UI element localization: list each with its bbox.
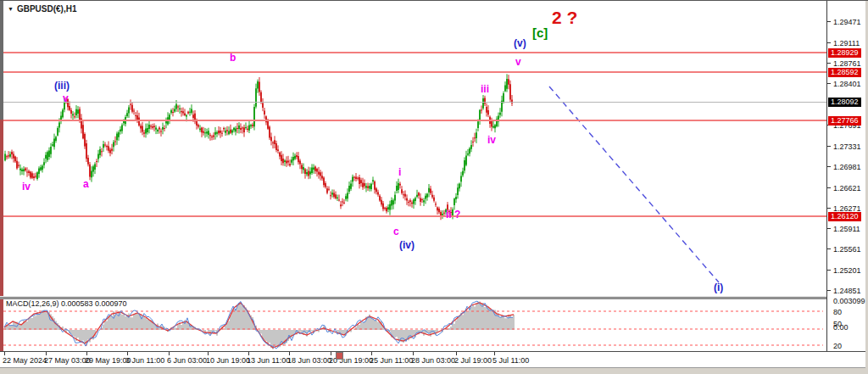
time-tick-label: 27 May 03:00 — [44, 356, 91, 365]
price-level-line[interactable] — [3, 215, 826, 217]
time-tickmark — [371, 352, 372, 355]
wave-label[interactable]: a — [83, 179, 89, 189]
wave-label[interactable]: (iii) — [54, 81, 70, 91]
axis-tickmark — [827, 290, 831, 291]
wave-label[interactable]: i — [398, 167, 401, 177]
wave-label[interactable]: v — [63, 93, 69, 103]
time-tick-label: 13 Jun 11:00 — [247, 356, 290, 365]
price-tick-label: 1.29111 — [833, 39, 860, 47]
axis-tickmark — [827, 228, 831, 229]
axis-tickmark — [827, 146, 831, 147]
price-tick-label: 1.26621 — [833, 184, 861, 193]
time-tickmark — [127, 352, 128, 355]
time-tick-label: 3 Jun 11:00 — [125, 356, 164, 365]
current-price-badge: 1.28092 — [828, 98, 861, 107]
price-tick-label: 1.26981 — [833, 163, 861, 171]
time-tick-label: 5 Jul 11:00 — [492, 356, 529, 365]
wave-label[interactable]: 2 ? — [552, 8, 577, 26]
time-tickmark — [494, 352, 495, 355]
wave-label[interactable]: iv — [487, 135, 496, 145]
window-bottom-border — [0, 367, 868, 374]
price-level-badge: 1.26120 — [828, 212, 861, 221]
time-tickmark — [289, 352, 290, 355]
time-tick-label: 29 May 19:00 — [85, 356, 131, 365]
time-tickmark — [46, 352, 47, 355]
bear-candle-wicks — [7, 75, 512, 220]
wave-label[interactable]: b — [230, 53, 236, 63]
price-level-line[interactable] — [3, 120, 826, 121]
time-tickmark — [208, 352, 209, 355]
macd-axis-label: 0.00 — [833, 323, 849, 332]
time-tick-label: 10 Jun 19:00 — [206, 356, 250, 365]
current-price-line — [3, 102, 826, 103]
price-level-badge: 1.27766 — [828, 116, 861, 126]
price-tick-label: 1.25561 — [833, 245, 861, 254]
axis-tickmark — [827, 270, 831, 271]
time-tickmark — [248, 352, 249, 355]
axis-tickmark — [827, 166, 831, 167]
chevron-down-icon[interactable]: ▼ — [8, 6, 14, 12]
chart-title: ▼ GBPUSD(€),H1 — [8, 4, 77, 14]
projection-trendline[interactable] — [549, 87, 719, 282]
time-axis[interactable]: 22 May 202427 May 03:0029 May 19:003 Jun… — [0, 352, 865, 367]
wave-label[interactable]: (iv) — [399, 240, 415, 250]
time-tick-label: 25 Jun 11:00 — [370, 356, 413, 365]
time-tickmark — [456, 352, 457, 355]
wave-label[interactable]: v — [515, 57, 521, 67]
price-level-line[interactable] — [3, 52, 826, 53]
time-tick-label: 28 Jun 03:00 — [411, 356, 455, 365]
axis-tickmark — [827, 248, 831, 249]
price-level-badge: 1.28592 — [828, 68, 861, 77]
price-tick-label: 1.28761 — [833, 59, 861, 68]
time-tick-label: 6 Jun 03:00 — [167, 356, 207, 365]
wave-label[interactable]: iii — [481, 84, 489, 94]
wave-label[interactable]: ii ? — [446, 209, 460, 220]
axis-tickmark — [827, 208, 831, 209]
time-tickmark — [86, 352, 87, 355]
price-tick-label: 1.27331 — [833, 142, 861, 151]
macd-axis-label: 80 — [833, 308, 842, 316]
macd-axis-label: 0.003099 — [833, 297, 865, 305]
price-tick-label: 1.29471 — [833, 18, 861, 26]
time-tickmark — [169, 352, 170, 355]
time-tick-label: 2 Jul 19:00 — [454, 356, 492, 365]
macd-axis-label: 20 — [833, 342, 842, 350]
axis-tickmark — [827, 63, 831, 64]
axis-tickmark — [827, 187, 831, 188]
chart-window: (iii)vivabiii ?c(iv)iiiivv(v)[c]2 ?(i) ▼… — [0, 0, 868, 374]
wave-label[interactable]: [c] — [532, 26, 548, 39]
price-chart-canvas[interactable] — [0, 1, 826, 296]
wave-label[interactable]: (v) — [514, 38, 526, 48]
axis-tickmark — [827, 83, 831, 84]
marker-icon[interactable] — [336, 352, 343, 360]
symbol-period-label: GBPUSD(€),H1 — [17, 4, 77, 14]
wave-label[interactable]: iv — [22, 181, 31, 192]
price-axis[interactable]: 1.294711.291111.287611.284011.276911.273… — [826, 1, 866, 367]
time-tick-label: 22 May 2024 — [3, 356, 47, 365]
wave-label[interactable]: c — [393, 226, 399, 237]
price-level-line[interactable] — [3, 71, 826, 73]
time-tick-label: 18 Jun 03:00 — [287, 356, 331, 365]
time-tickmark — [4, 352, 5, 355]
time-tickmark — [331, 352, 331, 355]
price-tick-label: 1.24851 — [833, 287, 861, 295]
wave-label[interactable]: (i) — [714, 282, 723, 293]
macd-indicator-label: MACD(12,26,9) 0.000583 0.000970 — [6, 299, 127, 308]
bear-candle-bodies — [7, 79, 512, 216]
price-tick-label: 1.25911 — [833, 225, 860, 233]
time-tickmark — [413, 352, 414, 355]
axis-tickmark — [827, 42, 831, 43]
macd-signal-line — [4, 303, 514, 348]
price-tick-label: 1.28401 — [833, 80, 861, 88]
price-tick-label: 1.25201 — [833, 266, 861, 275]
price-level-badge: 1.28929 — [828, 48, 861, 58]
axis-tickmark — [827, 21, 831, 22]
